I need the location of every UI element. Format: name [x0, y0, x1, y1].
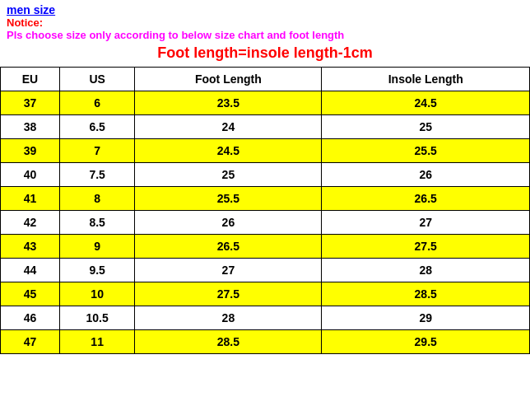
cell-insole: 28.5 — [322, 282, 530, 306]
cell-eu: 41 — [1, 187, 60, 211]
cell-eu: 43 — [1, 235, 60, 259]
table-row: 449.52728 — [1, 259, 530, 282]
cell-eu: 44 — [1, 259, 60, 282]
cell-eu: 39 — [1, 139, 60, 163]
table-row: 4610.52829 — [1, 306, 530, 330]
cell-us: 10.5 — [59, 306, 135, 330]
cell-foot: 23.5 — [135, 91, 322, 115]
header-section: men size Notice: Pls choose size only ac… — [0, 0, 530, 67]
cell-insole: 27.5 — [322, 235, 530, 259]
table-row: 39724.525.5 — [1, 139, 530, 163]
col-eu: EU — [1, 68, 60, 91]
cell-insole: 29.5 — [322, 330, 530, 354]
cell-insole: 25 — [322, 115, 530, 139]
notice-label: Notice: — [7, 16, 523, 29]
cell-us: 8.5 — [59, 211, 135, 235]
table-row: 386.52425 — [1, 115, 530, 139]
table-row: 41825.526.5 — [1, 187, 530, 211]
table-row: 407.52526 — [1, 163, 530, 187]
cell-eu: 46 — [1, 306, 60, 330]
cell-insole: 28 — [322, 259, 530, 282]
cell-eu: 37 — [1, 91, 60, 115]
cell-eu: 47 — [1, 330, 60, 354]
cell-foot: 24.5 — [135, 139, 322, 163]
col-foot: Foot Length — [135, 68, 322, 91]
cell-us: 6.5 — [59, 115, 135, 139]
cell-insole: 29 — [322, 306, 530, 330]
cell-eu: 38 — [1, 115, 60, 139]
cell-eu: 40 — [1, 163, 60, 187]
cell-insole: 26.5 — [322, 187, 530, 211]
cell-insole: 24.5 — [322, 91, 530, 115]
cell-us: 11 — [59, 330, 135, 354]
cell-eu: 42 — [1, 211, 60, 235]
cell-foot: 25.5 — [135, 187, 322, 211]
cell-us: 9.5 — [59, 259, 135, 282]
table-row: 37623.524.5 — [1, 91, 530, 115]
table-row: 451027.528.5 — [1, 282, 530, 306]
men-size-label: men size — [7, 3, 523, 16]
cell-foot: 25 — [135, 163, 322, 187]
cell-insole: 25.5 — [322, 139, 530, 163]
cell-us: 6 — [59, 91, 135, 115]
cell-foot: 28.5 — [135, 330, 322, 354]
col-us: US — [59, 68, 135, 91]
cell-foot: 24 — [135, 115, 322, 139]
cell-us: 8 — [59, 187, 135, 211]
cell-foot: 26.5 — [135, 235, 322, 259]
table-row: 471128.529.5 — [1, 330, 530, 354]
cell-foot: 27.5 — [135, 282, 322, 306]
table-row: 428.52627 — [1, 211, 530, 235]
formula-label: Foot length=insole length-1cm — [7, 41, 523, 65]
col-insole: Insole Length — [322, 68, 530, 91]
cell-foot: 27 — [135, 259, 322, 282]
cell-foot: 26 — [135, 211, 322, 235]
cell-insole: 27 — [322, 211, 530, 235]
cell-us: 7 — [59, 139, 135, 163]
cell-foot: 28 — [135, 306, 322, 330]
table-header-row: EU US Foot Length Insole Length — [1, 68, 530, 91]
size-chart-table: EU US Foot Length Insole Length 37623.52… — [0, 67, 530, 354]
cell-us: 10 — [59, 282, 135, 306]
cell-us: 9 — [59, 235, 135, 259]
table-row: 43926.527.5 — [1, 235, 530, 259]
cell-eu: 45 — [1, 282, 60, 306]
cell-insole: 26 — [322, 163, 530, 187]
cell-us: 7.5 — [59, 163, 135, 187]
instruction-label: Pls choose size only according to below … — [7, 29, 523, 41]
